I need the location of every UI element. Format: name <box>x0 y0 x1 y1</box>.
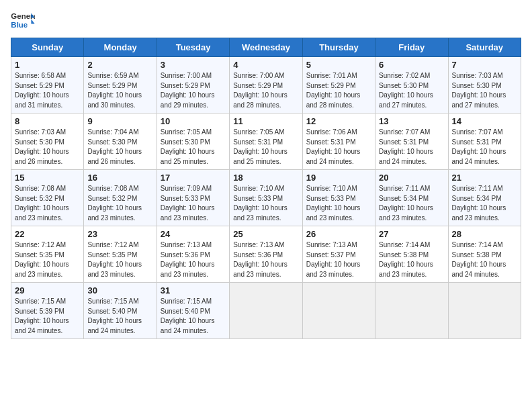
calendar-cell: 22 Sunrise: 7:12 AM Sunset: 5:35 PM Dayl… <box>11 226 84 283</box>
calendar-cell: 14 Sunrise: 7:07 AM Sunset: 5:31 PM Dayl… <box>448 113 521 170</box>
svg-text:Blue: Blue <box>11 21 28 29</box>
day-info: Sunrise: 7:00 AM Sunset: 5:29 PM Dayligh… <box>233 71 298 110</box>
day-number: 14 <box>452 116 517 126</box>
day-info: Sunrise: 7:12 AM Sunset: 5:35 PM Dayligh… <box>15 240 80 279</box>
calendar-cell: 28 Sunrise: 7:14 AM Sunset: 5:38 PM Dayl… <box>448 226 521 283</box>
calendar-cell: 29 Sunrise: 7:15 AM Sunset: 5:39 PM Dayl… <box>11 283 84 339</box>
day-number: 9 <box>87 116 152 126</box>
day-info: Sunrise: 7:03 AM Sunset: 5:30 PM Dayligh… <box>452 71 517 110</box>
day-info: Sunrise: 7:09 AM Sunset: 5:33 PM Dayligh… <box>161 184 226 223</box>
weekday-header: Wednesday <box>230 38 302 57</box>
weekday-header: Sunday <box>11 38 84 57</box>
day-number: 17 <box>161 173 226 183</box>
calendar-row: 15 Sunrise: 7:08 AM Sunset: 5:32 PM Dayl… <box>11 170 521 226</box>
day-number: 5 <box>306 60 371 70</box>
weekday-header: Tuesday <box>157 38 229 57</box>
calendar-cell: 6 Sunrise: 7:02 AM Sunset: 5:30 PM Dayli… <box>375 57 448 113</box>
calendar-row: 1 Sunrise: 6:58 AM Sunset: 5:29 PM Dayli… <box>11 57 521 113</box>
day-info: Sunrise: 7:14 AM Sunset: 5:38 PM Dayligh… <box>379 240 444 279</box>
calendar-cell: 16 Sunrise: 7:08 AM Sunset: 5:32 PM Dayl… <box>84 170 157 226</box>
calendar-table: SundayMondayTuesdayWednesdayThursdayFrid… <box>11 38 521 339</box>
day-number: 4 <box>233 60 298 70</box>
day-info: Sunrise: 7:15 AM Sunset: 5:40 PM Dayligh… <box>161 297 226 336</box>
day-info: Sunrise: 7:02 AM Sunset: 5:30 PM Dayligh… <box>379 71 444 110</box>
calendar-cell: 9 Sunrise: 7:04 AM Sunset: 5:30 PM Dayli… <box>84 113 157 170</box>
weekday-header: Monday <box>84 38 157 57</box>
calendar-cell: 25 Sunrise: 7:13 AM Sunset: 5:36 PM Dayl… <box>230 226 302 283</box>
day-info: Sunrise: 7:01 AM Sunset: 5:29 PM Dayligh… <box>306 71 371 110</box>
day-info: Sunrise: 7:11 AM Sunset: 5:34 PM Dayligh… <box>379 184 444 223</box>
day-info: Sunrise: 7:05 AM Sunset: 5:31 PM Dayligh… <box>233 128 298 167</box>
day-info: Sunrise: 7:10 AM Sunset: 5:33 PM Dayligh… <box>306 184 371 223</box>
calendar-row: 22 Sunrise: 7:12 AM Sunset: 5:35 PM Dayl… <box>11 226 521 283</box>
day-number: 28 <box>452 229 517 239</box>
day-number: 3 <box>161 60 226 70</box>
header: General Blue <box>11 11 521 31</box>
day-number: 2 <box>87 60 152 70</box>
calendar-cell: 30 Sunrise: 7:15 AM Sunset: 5:40 PM Dayl… <box>84 283 157 339</box>
day-number: 29 <box>15 285 80 295</box>
calendar-cell: 21 Sunrise: 7:11 AM Sunset: 5:34 PM Dayl… <box>448 170 521 226</box>
day-number: 16 <box>87 173 152 183</box>
day-number: 1 <box>15 60 80 70</box>
weekday-header: Friday <box>375 38 448 57</box>
day-number: 26 <box>306 229 371 239</box>
day-info: Sunrise: 6:59 AM Sunset: 5:29 PM Dayligh… <box>87 71 152 110</box>
logo-icon: General Blue <box>11 11 35 31</box>
calendar-body: 1 Sunrise: 6:58 AM Sunset: 5:29 PM Dayli… <box>11 57 521 339</box>
weekday-row: SundayMondayTuesdayWednesdayThursdayFrid… <box>11 38 521 57</box>
calendar-cell <box>448 283 521 339</box>
calendar-cell: 13 Sunrise: 7:07 AM Sunset: 5:31 PM Dayl… <box>375 113 448 170</box>
day-info: Sunrise: 7:08 AM Sunset: 5:32 PM Dayligh… <box>15 184 80 223</box>
day-number: 10 <box>161 116 226 126</box>
day-number: 31 <box>161 285 226 295</box>
calendar-header: SundayMondayTuesdayWednesdayThursdayFrid… <box>11 38 521 57</box>
day-info: Sunrise: 7:04 AM Sunset: 5:30 PM Dayligh… <box>87 128 152 167</box>
calendar-cell: 12 Sunrise: 7:06 AM Sunset: 5:31 PM Dayl… <box>302 113 375 170</box>
day-number: 23 <box>87 229 152 239</box>
calendar-cell: 2 Sunrise: 6:59 AM Sunset: 5:29 PM Dayli… <box>84 57 157 113</box>
day-info: Sunrise: 7:05 AM Sunset: 5:30 PM Dayligh… <box>161 128 226 167</box>
day-number: 12 <box>306 116 371 126</box>
calendar-cell: 10 Sunrise: 7:05 AM Sunset: 5:30 PM Dayl… <box>157 113 229 170</box>
day-info: Sunrise: 7:08 AM Sunset: 5:32 PM Dayligh… <box>87 184 152 223</box>
day-info: Sunrise: 7:15 AM Sunset: 5:39 PM Dayligh… <box>15 297 80 336</box>
day-info: Sunrise: 6:58 AM Sunset: 5:29 PM Dayligh… <box>15 71 80 110</box>
calendar-cell: 1 Sunrise: 6:58 AM Sunset: 5:29 PM Dayli… <box>11 57 84 113</box>
calendar-cell: 17 Sunrise: 7:09 AM Sunset: 5:33 PM Dayl… <box>157 170 229 226</box>
calendar-row: 8 Sunrise: 7:03 AM Sunset: 5:30 PM Dayli… <box>11 113 521 170</box>
day-number: 24 <box>161 229 226 239</box>
day-info: Sunrise: 7:06 AM Sunset: 5:31 PM Dayligh… <box>306 128 371 167</box>
day-number: 13 <box>379 116 444 126</box>
calendar-cell: 24 Sunrise: 7:13 AM Sunset: 5:36 PM Dayl… <box>157 226 229 283</box>
day-info: Sunrise: 7:13 AM Sunset: 5:37 PM Dayligh… <box>306 240 371 279</box>
calendar-cell: 27 Sunrise: 7:14 AM Sunset: 5:38 PM Dayl… <box>375 226 448 283</box>
day-number: 18 <box>233 173 298 183</box>
day-info: Sunrise: 7:13 AM Sunset: 5:36 PM Dayligh… <box>161 240 226 279</box>
day-number: 11 <box>233 116 298 126</box>
day-info: Sunrise: 7:03 AM Sunset: 5:30 PM Dayligh… <box>15 128 80 167</box>
day-info: Sunrise: 7:12 AM Sunset: 5:35 PM Dayligh… <box>87 240 152 279</box>
calendar-cell: 18 Sunrise: 7:10 AM Sunset: 5:33 PM Dayl… <box>230 170 302 226</box>
calendar-cell: 4 Sunrise: 7:00 AM Sunset: 5:29 PM Dayli… <box>230 57 302 113</box>
day-info: Sunrise: 7:13 AM Sunset: 5:36 PM Dayligh… <box>233 240 298 279</box>
day-number: 25 <box>233 229 298 239</box>
weekday-header: Thursday <box>302 38 375 57</box>
calendar-cell <box>230 283 302 339</box>
calendar-cell: 23 Sunrise: 7:12 AM Sunset: 5:35 PM Dayl… <box>84 226 157 283</box>
day-number: 27 <box>379 229 444 239</box>
day-info: Sunrise: 7:07 AM Sunset: 5:31 PM Dayligh… <box>452 128 517 167</box>
calendar-cell: 26 Sunrise: 7:13 AM Sunset: 5:37 PM Dayl… <box>302 226 375 283</box>
day-number: 15 <box>15 173 80 183</box>
weekday-header: Saturday <box>448 38 521 57</box>
day-number: 7 <box>452 60 517 70</box>
day-number: 19 <box>306 173 371 183</box>
day-number: 30 <box>87 285 152 295</box>
calendar-cell: 3 Sunrise: 7:00 AM Sunset: 5:29 PM Dayli… <box>157 57 229 113</box>
day-info: Sunrise: 7:10 AM Sunset: 5:33 PM Dayligh… <box>233 184 298 223</box>
calendar-cell: 8 Sunrise: 7:03 AM Sunset: 5:30 PM Dayli… <box>11 113 84 170</box>
calendar-row: 29 Sunrise: 7:15 AM Sunset: 5:39 PM Dayl… <box>11 283 521 339</box>
day-number: 20 <box>379 173 444 183</box>
day-number: 22 <box>15 229 80 239</box>
calendar-cell <box>302 283 375 339</box>
